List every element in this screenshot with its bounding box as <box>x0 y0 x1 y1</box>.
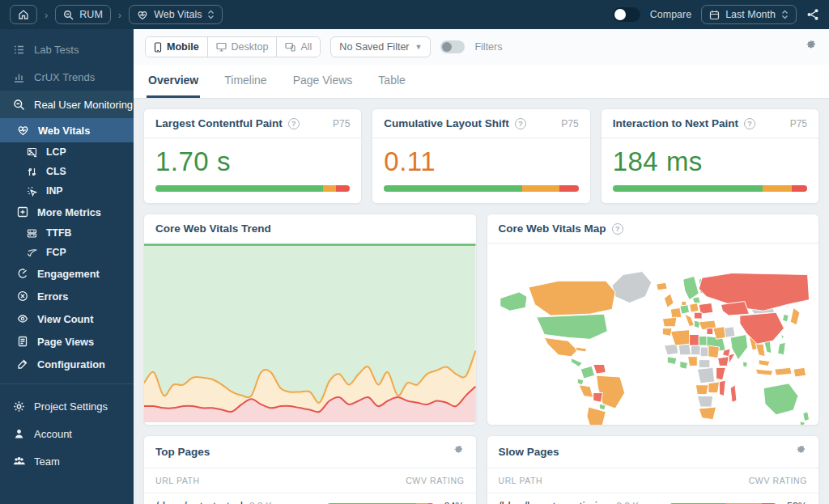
column-url-path[interactable]: URL PATH <box>155 476 200 485</box>
map-region-alaska[interactable] <box>500 292 526 311</box>
home-button[interactable] <box>10 5 37 24</box>
map-region-cuba[interactable] <box>576 347 587 352</box>
help-icon[interactable]: ? <box>515 118 526 129</box>
map-region-brazil[interactable] <box>596 375 624 409</box>
gear-icon[interactable] <box>795 444 807 460</box>
map-region-usa[interactable] <box>536 314 607 339</box>
column-url-path[interactable]: URL PATH <box>499 476 543 485</box>
tab-timeline[interactable]: Timeline <box>223 66 268 98</box>
sidebar-item-view-count[interactable]: View Count <box>0 307 134 330</box>
map-region-romania[interactable] <box>694 312 702 319</box>
sidebar-item-more-metrics[interactable]: More Metrics <box>0 201 134 223</box>
map-region-new-zealand-south[interactable] <box>799 421 805 426</box>
map-region-philippines[interactable] <box>777 342 785 355</box>
tab-page-views[interactable]: Page Views <box>291 66 355 98</box>
map-region-mexico[interactable] <box>544 337 577 356</box>
map-region-uk[interactable] <box>664 294 674 308</box>
tab-table[interactable]: Table <box>376 66 406 98</box>
map-region-new-zealand-north[interactable] <box>802 412 809 421</box>
map-region-egypt[interactable] <box>699 336 707 345</box>
map-region-indonesia-west[interactable] <box>755 369 772 375</box>
map-region-libya[interactable] <box>689 334 699 345</box>
url-path[interactable]: /docs/get-started <box>155 500 243 504</box>
url-path[interactable]: /blog/how-to-optimize <box>499 500 610 504</box>
device-mobile-button[interactable]: Mobile <box>146 37 207 57</box>
map-region-denmark[interactable] <box>681 302 686 306</box>
map-region-indonesia-east[interactable] <box>774 367 791 375</box>
map-region-nigeria[interactable] <box>687 357 697 366</box>
trend-chart[interactable] <box>144 244 476 422</box>
column-cwv-rating[interactable]: CWV RATING <box>749 476 807 485</box>
map-region-mozambique[interactable] <box>719 380 725 396</box>
sidebar-item-lab-tests[interactable]: Lab Tests <box>0 36 134 63</box>
map-region-somalia[interactable] <box>729 354 735 365</box>
sidebar-item-inp[interactable]: INP <box>0 181 134 201</box>
settings-gear-icon[interactable] <box>805 39 818 55</box>
map-region-ecuador[interactable] <box>577 379 584 385</box>
map-region-sudan[interactable] <box>708 345 719 358</box>
map-region-italy[interactable] <box>684 314 694 327</box>
compare-toggle[interactable] <box>613 7 640 22</box>
map-region-colombia[interactable] <box>580 366 595 379</box>
map-region-iraq[interactable] <box>706 328 712 335</box>
map-region-central-america[interactable] <box>571 358 582 367</box>
map-region-canada[interactable] <box>528 281 614 316</box>
help-icon[interactable]: ? <box>744 118 755 129</box>
map-region-drc[interactable] <box>697 367 714 383</box>
map-region-namibia-botswana[interactable] <box>697 396 712 407</box>
map-region-iceland[interactable] <box>656 282 667 290</box>
sidebar-item-cls[interactable]: CLS <box>0 162 134 181</box>
map-region-chad[interactable] <box>700 347 708 357</box>
map-region-taiwan[interactable] <box>780 334 784 339</box>
map-region-greenland[interactable] <box>612 272 652 303</box>
sidebar-item-configuration[interactable]: Configuration <box>0 353 134 375</box>
map-region-kenya[interactable] <box>716 367 725 380</box>
map-region-spain[interactable] <box>662 317 677 327</box>
map-region-poland[interactable] <box>689 303 699 313</box>
map-region-ghana[interactable] <box>679 362 687 370</box>
sidebar-item-team[interactable]: Team <box>0 447 134 475</box>
tab-overview[interactable]: Overview <box>147 66 200 98</box>
map-region-baltics[interactable] <box>692 297 700 303</box>
map-region-japan[interactable] <box>790 307 800 324</box>
table-row[interactable]: /blog/how-to-optimize 2.2 K 53% <box>487 493 819 504</box>
sidebar-item-crux-trends[interactable]: CrUX Trends <box>0 63 134 91</box>
table-row[interactable]: /docs/get-started 8.8 K 84% <box>144 493 476 504</box>
map-region-kazakhstan[interactable] <box>721 302 749 316</box>
map-region-angola[interactable] <box>695 385 708 395</box>
map-region-russia[interactable] <box>699 273 809 311</box>
map-region-senegal[interactable] <box>667 357 677 365</box>
map-region-australia[interactable] <box>763 383 798 415</box>
saved-filter-dropdown[interactable]: No Saved Filter ▼ <box>330 36 431 57</box>
sidebar-item-real-user-monitoring[interactable]: Real User Monitoring <box>0 91 134 118</box>
help-icon[interactable]: ? <box>612 223 623 235</box>
sidebar-item-fcp[interactable]: FCP <box>0 243 134 262</box>
device-desktop-button[interactable]: Desktop <box>207 37 277 57</box>
share-icon[interactable] <box>806 8 819 21</box>
map-region-thailand[interactable] <box>755 344 765 357</box>
gear-icon[interactable] <box>453 444 465 460</box>
sidebar-item-ttfb[interactable]: TTFB <box>0 223 134 243</box>
map-region-south-africa[interactable] <box>699 407 716 420</box>
map-region-peru[interactable] <box>579 385 593 398</box>
map-region-korea[interactable] <box>782 314 789 322</box>
map-region-venezuela[interactable] <box>593 364 606 374</box>
filters-toggle[interactable] <box>440 40 465 53</box>
date-range-selector[interactable]: Last Month <box>701 5 797 24</box>
map-region-scandinavia[interactable] <box>682 276 698 299</box>
sidebar-item-engagement[interactable]: Engagement <box>0 262 134 285</box>
sidebar-item-errors[interactable]: Errors <box>0 285 134 307</box>
map-region-bolivia[interactable] <box>593 393 602 403</box>
map-region-ethiopia[interactable] <box>717 357 729 366</box>
help-icon[interactable]: ? <box>288 118 300 129</box>
breadcrumb-web-vitals[interactable]: Web Vitals <box>129 5 223 24</box>
sidebar-item-web-vitals[interactable]: Web Vitals <box>0 118 134 142</box>
breadcrumb-rum[interactable]: RUM <box>55 5 110 24</box>
sidebar-item-account[interactable]: Account <box>0 420 134 447</box>
map-region-algeria[interactable] <box>670 330 689 345</box>
map-region-niger[interactable] <box>691 345 700 355</box>
map-region-sri-lanka[interactable] <box>742 362 747 368</box>
map-region-madagascar[interactable] <box>730 385 737 402</box>
world-map[interactable] <box>487 244 819 426</box>
sidebar-item-project-settings[interactable]: Project Settings <box>0 392 134 420</box>
